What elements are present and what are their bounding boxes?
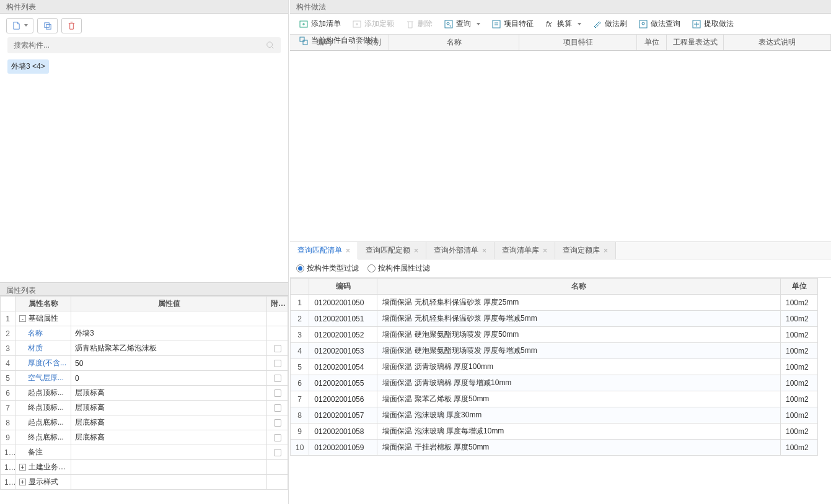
close-icon[interactable]: × xyxy=(543,246,547,255)
prop-value-cell[interactable]: 沥青粘贴聚苯乙烯泡沫板 xyxy=(71,341,267,356)
expand-icon[interactable]: + xyxy=(19,479,26,485)
property-row[interactable]: 8起点底标...层底标高 xyxy=(1,415,288,430)
prop-attach-cell[interactable] xyxy=(267,460,288,475)
query-tab[interactable]: 查询匹配清单× xyxy=(290,242,358,259)
row-number: 8 xyxy=(1,415,15,430)
prop-attach-cell[interactable] xyxy=(267,430,288,445)
prop-attach-cell[interactable] xyxy=(267,326,288,341)
prop-value-cell[interactable]: 层顶标高 xyxy=(71,386,267,401)
add-quota-icon xyxy=(352,19,362,29)
result-row[interactable]: 9012002001058墙面保温 泡沫玻璃 厚度每增减10mm100m2 xyxy=(291,424,818,440)
property-row[interactable]: 15+显示样式 xyxy=(1,475,288,490)
project-feature-button[interactable]: 项目特征 xyxy=(488,17,537,30)
prop-name-cell: +土建业务属性 xyxy=(15,460,71,475)
result-unit: 100m2 xyxy=(781,311,818,327)
result-name: 墙面保温 干挂岩棉板 厚度50mm xyxy=(377,440,781,456)
expand-icon[interactable]: + xyxy=(19,464,26,471)
new-file-icon xyxy=(12,21,21,30)
query-tab[interactable]: 查询定额库× xyxy=(555,242,616,259)
result-unit: 100m2 xyxy=(781,295,818,311)
filter-by-type[interactable]: 按构件类型过滤 xyxy=(296,263,359,274)
close-icon[interactable]: × xyxy=(414,246,418,255)
prop-attach-cell[interactable] xyxy=(267,475,288,490)
checkbox[interactable] xyxy=(274,389,281,397)
property-row[interactable]: 5空气层厚...0 xyxy=(1,371,288,386)
property-row[interactable]: 2名称外墙3 xyxy=(1,326,288,341)
search-input[interactable] xyxy=(7,37,281,53)
prop-value-cell[interactable] xyxy=(71,445,267,460)
prop-attach-cell[interactable] xyxy=(267,371,288,386)
method-brush-button[interactable]: 做法刷 xyxy=(589,17,631,30)
query-tab[interactable]: 查询清单库× xyxy=(495,242,555,259)
prop-value-cell[interactable]: 层底标高 xyxy=(71,415,267,430)
copy-button[interactable] xyxy=(37,18,58,33)
checkbox[interactable] xyxy=(274,345,281,352)
result-row[interactable]: 4012002001053墙面保温 硬泡聚氨酯现场喷发 厚度每增减5mm100m… xyxy=(291,343,818,359)
svg-rect-7 xyxy=(493,20,500,28)
query-button[interactable]: 查询 xyxy=(440,17,484,30)
svg-point-10 xyxy=(642,22,644,25)
trash-icon xyxy=(405,19,415,29)
result-row[interactable]: 10012002001059墙面保温 干挂岩棉板 厚度50mm100m2 xyxy=(291,440,818,456)
property-row[interactable]: 9终点底标...层底标高 xyxy=(1,430,288,445)
close-icon[interactable]: × xyxy=(604,246,608,255)
prop-attach-cell[interactable] xyxy=(267,401,288,415)
result-row[interactable]: 6012002001055墙面保温 沥青玻璃棉 厚度每增减10mm100m2 xyxy=(291,375,818,391)
prop-value-cell[interactable]: 外墙3 xyxy=(71,326,267,341)
query-tab[interactable]: 查询外部清单× xyxy=(426,242,495,259)
prop-attach-cell[interactable] xyxy=(267,415,288,430)
svg-point-2 xyxy=(267,42,273,48)
result-row[interactable]: 7012002001056墙面保温 聚苯乙烯板 厚度50mm100m2 xyxy=(291,391,818,407)
prop-attach-cell[interactable] xyxy=(267,341,288,356)
property-row[interactable]: 3材质沥青粘贴聚苯乙烯泡沫板 xyxy=(1,341,288,356)
prop-value-cell[interactable]: 50 xyxy=(71,356,267,371)
property-row[interactable]: 10备注 xyxy=(1,445,288,460)
new-button[interactable] xyxy=(6,18,33,33)
close-icon[interactable]: × xyxy=(346,246,350,255)
checkbox[interactable] xyxy=(274,449,281,456)
prop-attach-cell[interactable] xyxy=(267,386,288,401)
add-list-button[interactable]: 添加清单 xyxy=(295,17,345,30)
prop-value-cell[interactable] xyxy=(71,475,267,490)
prop-attach-cell[interactable] xyxy=(267,445,288,460)
checkbox[interactable] xyxy=(274,375,281,382)
component-tree-item[interactable]: 外墙3 <4> xyxy=(7,59,49,74)
extract-method-button[interactable]: 提取做法 xyxy=(688,17,737,30)
property-row[interactable]: 6起点顶标...层顶标高 xyxy=(1,386,288,401)
query-tab[interactable]: 查询匹配定额× xyxy=(358,242,426,259)
close-icon[interactable]: × xyxy=(482,246,486,255)
add-quota-button: 添加定额 xyxy=(348,17,398,30)
filter-by-attr[interactable]: 按构件属性过滤 xyxy=(367,263,430,274)
result-row[interactable]: 8012002001057墙面保温 泡沫玻璃 厚度30mm100m2 xyxy=(291,407,818,424)
result-row[interactable]: 1012002001050墙面保温 无机轻集料保温砂浆 厚度25mm100m2 xyxy=(291,295,818,311)
checkbox[interactable] xyxy=(274,404,281,412)
property-row[interactable]: 7终点顶标...层顶标高 xyxy=(1,401,288,415)
prop-value-cell[interactable] xyxy=(71,460,267,475)
query-tabbar: 查询匹配清单×查询匹配定额×查询外部清单×查询清单库×查询定额库× xyxy=(290,242,831,259)
prop-value-cell[interactable]: 0 xyxy=(71,371,267,386)
result-name: 墙面保温 无机轻集料保温砂浆 厚度每增减5mm xyxy=(377,311,781,327)
prop-value-cell[interactable]: 层底标高 xyxy=(71,430,267,445)
checkbox[interactable] xyxy=(274,434,281,441)
result-row[interactable]: 2012002001051墙面保温 无机轻集料保温砂浆 厚度每增减5mm100m… xyxy=(291,311,818,327)
property-row[interactable]: 4厚度(不含...50 xyxy=(1,356,288,371)
checkbox[interactable] xyxy=(274,360,281,367)
collapse-icon[interactable]: - xyxy=(19,315,26,322)
property-row[interactable]: 11+土建业务属性 xyxy=(1,460,288,475)
search-icon[interactable] xyxy=(266,41,275,50)
prop-value-cell[interactable] xyxy=(71,311,267,326)
checkbox[interactable] xyxy=(274,419,281,427)
prop-attach-cell[interactable] xyxy=(267,311,288,326)
property-row[interactable]: 1-基础属性 xyxy=(1,311,288,326)
delete-button[interactable] xyxy=(61,18,82,33)
prop-name-cell: 起点顶标... xyxy=(15,386,71,401)
method-query-button[interactable]: 做法查询 xyxy=(635,17,684,30)
row-number: 3 xyxy=(1,341,15,356)
tab-label: 查询外部清单 xyxy=(434,245,478,256)
prop-name-cell: 起点底标... xyxy=(15,415,71,430)
prop-attach-cell[interactable] xyxy=(267,356,288,371)
convert-button[interactable]: fx换算 xyxy=(541,17,585,30)
result-row[interactable]: 5012002001054墙面保温 沥青玻璃棉 厚度100mm100m2 xyxy=(291,359,818,375)
prop-value-cell[interactable]: 层顶标高 xyxy=(71,401,267,415)
result-row[interactable]: 3012002001052墙面保温 硬泡聚氨酯现场喷发 厚度50mm100m2 xyxy=(291,327,818,343)
